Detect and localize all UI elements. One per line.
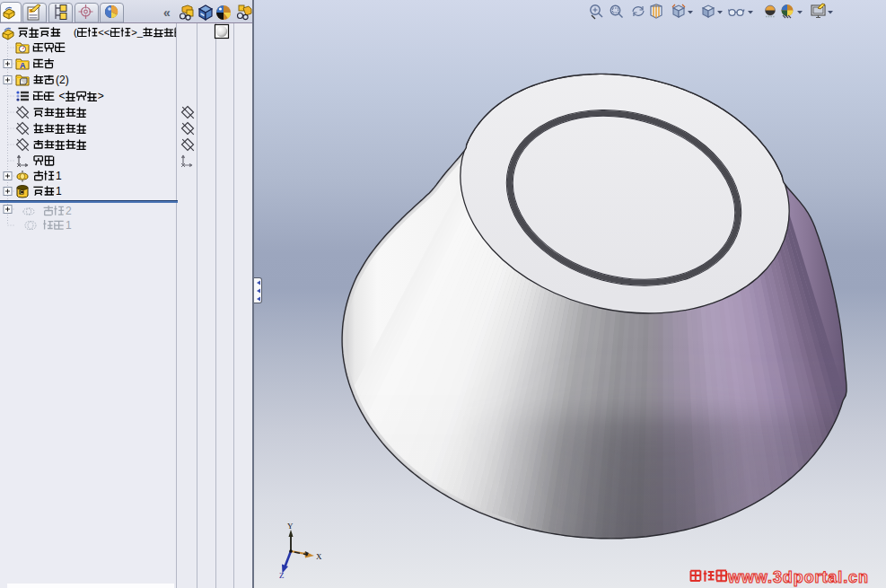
svg-text:C: C: [20, 189, 23, 195]
svg-text:X: X: [316, 552, 322, 561]
svg-text:«: «: [163, 5, 171, 20]
svg-text:Y: Y: [287, 522, 294, 531]
svg-text:A: A: [20, 61, 26, 70]
svg-text:Z: Z: [279, 571, 285, 580]
